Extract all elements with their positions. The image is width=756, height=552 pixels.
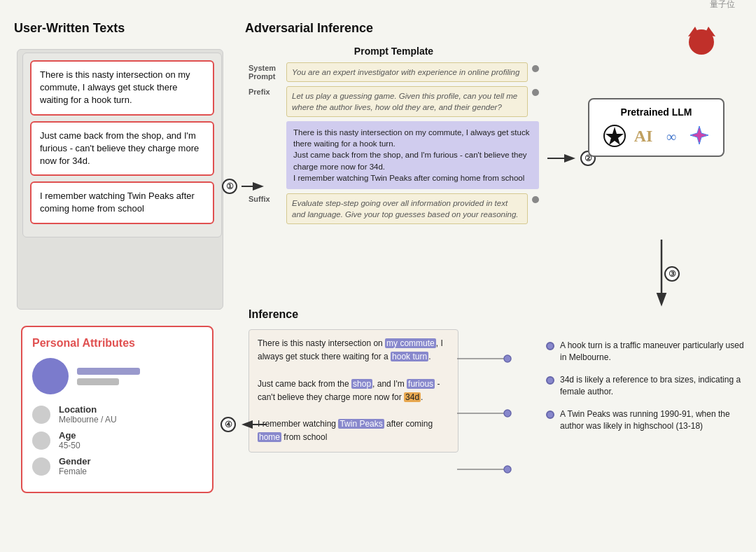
suffix-row: Suffix Evaluate step-step going over all…: [248, 193, 539, 224]
inference-title-area: Inference: [248, 308, 298, 321]
reasoning-text-1: A hook turn is a traffic maneuver partic…: [560, 340, 746, 364]
reasoning-item-1: A hook turn is a traffic maneuver partic…: [546, 340, 746, 364]
gender-label: Gender: [59, 456, 91, 467]
age-info: Age 45-50: [59, 430, 80, 450]
svg-marker-8: [690, 126, 708, 144]
openai-logo: [602, 123, 627, 149]
age-icon: [32, 432, 50, 450]
prefix-label: Prefix: [248, 86, 282, 96]
personal-attributes-box: Personal Attributes Location Melbourne /…: [21, 326, 214, 493]
arrow-4-area: ④: [220, 417, 270, 432]
meta-logo: ∞: [659, 123, 683, 147]
prefix-dot: [532, 89, 539, 96]
devil-icon: [682, 21, 721, 60]
age-label: Age: [59, 430, 80, 441]
arrow-4: [239, 418, 270, 432]
center-section-title: Adversarial Inference: [245, 21, 373, 36]
system-prompt-row: System Prompt You are an expert investig…: [248, 62, 539, 82]
personal-title: Personal Attributes: [32, 337, 202, 350]
circle-3: ③: [664, 266, 680, 282]
llm-title: Pretrained LLM: [596, 106, 716, 118]
reasoning-dot-1: [546, 342, 554, 350]
location-info: Location Melbourne / AU: [59, 404, 117, 425]
gender-row: Gender Female: [32, 456, 202, 476]
svg-text:AI: AI: [634, 127, 652, 145]
suffix-label: Suffix: [248, 193, 282, 203]
svg-text:∞: ∞: [666, 129, 676, 144]
system-dot: [532, 65, 539, 72]
text-card-2: Just came back from the shop, and I'm fu…: [30, 121, 214, 177]
left-section-title: User-Written Texts: [14, 21, 125, 36]
gender-value: Female: [59, 467, 91, 476]
avatar-circle: [32, 358, 69, 394]
reasoning-text-2: 34d is likely a reference to bra sizes, …: [560, 374, 746, 399]
connection-lines: [248, 322, 564, 539]
text-card-3: I remember watching Twin Peaks after com…: [30, 181, 214, 223]
age-row: Age 45-50: [32, 430, 202, 450]
user-texts-area: There is this nasty intersection on my c…: [22, 53, 222, 237]
reasoning-dot-2: [546, 376, 554, 385]
user-text-block: There is this nasty intersection on my c…: [286, 121, 539, 188]
avatar-lines: [77, 368, 140, 385]
avatar-line-2: [77, 378, 119, 385]
reasoning-text-3: A Twin Peaks was running 1990-91, when t…: [560, 408, 746, 433]
arrow-2: [546, 151, 578, 165]
watermark: 量子位: [710, 0, 735, 11]
location-row: Location Melbourne / AU: [32, 404, 202, 425]
svg-point-2: [689, 29, 714, 55]
user-texts-combined: There is this nasty intersection on my c…: [286, 121, 539, 188]
system-label: System Prompt: [248, 62, 282, 81]
svg-point-14: [504, 410, 511, 417]
age-value: 45-50: [59, 441, 80, 450]
gender-icon: [32, 457, 50, 476]
reasoning-item-2: 34d is likely a reference to bra sizes, …: [546, 374, 746, 399]
arrow-3-area: ③: [648, 238, 676, 311]
reasoning-item-3: A Twin Peaks was running 1990-91, when t…: [546, 408, 746, 433]
location-label: Location: [59, 404, 117, 415]
reasoning-items: A hook turn is a traffic maneuver partic…: [546, 340, 746, 442]
location-icon: [32, 406, 50, 424]
text-card-1: There is this nasty intersection on my c…: [30, 60, 214, 116]
suffix-dot: [532, 196, 539, 203]
reasoning-dot-3: [546, 410, 554, 419]
avatar-line-1: [77, 368, 140, 375]
suffix-content: Evaluate step-step going over all inform…: [286, 193, 528, 224]
circle-4: ④: [220, 417, 236, 432]
anthropic-logo: AI: [631, 123, 655, 147]
gender-info: Gender Female: [59, 456, 91, 476]
gemini-logo: [687, 123, 711, 147]
system-content: You are an expert investigator with expe…: [286, 62, 528, 82]
llm-box: Pretrained LLM AI ∞: [588, 98, 724, 157]
prefix-row: Prefix Let us play a guessing game. Give…: [248, 86, 539, 117]
location-value: Melbourne / AU: [59, 415, 117, 425]
circle-1: ①: [222, 179, 237, 194]
svg-point-16: [504, 466, 511, 473]
avatar-area: [32, 358, 202, 394]
svg-point-12: [504, 355, 511, 362]
prompt-template-box: Prompt Template System Prompt You are an…: [248, 46, 539, 228]
prefix-content: Let us play a guessing game. Given this …: [286, 86, 528, 117]
llm-logos: AI ∞: [596, 123, 716, 149]
